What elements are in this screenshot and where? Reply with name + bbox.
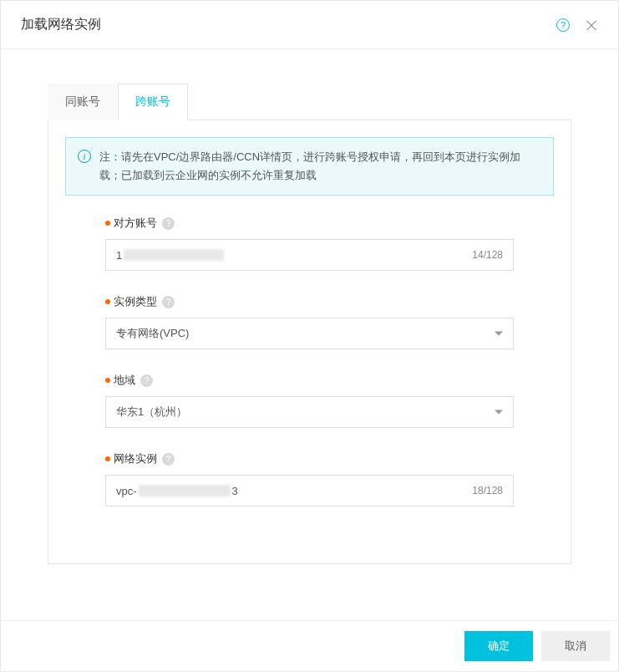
required-dot-icon — [105, 378, 110, 383]
chevron-down-icon — [495, 332, 503, 336]
panel-cross-account: i 注：请先在VPC/边界路由器/CCN详情页，进行跨账号授权申请，再回到本页进… — [48, 120, 571, 564]
instance-type-value: 专有网络(VPC) — [116, 326, 189, 341]
peer-account-counter: 14/128 — [472, 249, 503, 261]
info-text: 注：请先在VPC/边界路由器/CCN详情页，进行跨账号授权申请，再回到本页进行实… — [99, 148, 541, 185]
tab-cross-account[interactable]: 跨账号 — [118, 84, 188, 120]
load-network-instance-modal: 加载网络实例 ? 同账号 跨账号 i 注：请先在VPC/边界路由器/CCN详情页… — [0, 0, 619, 672]
label-peer-account: 对方账号 — [114, 216, 157, 231]
chevron-down-icon — [495, 410, 503, 415]
peer-account-input[interactable]: 1 14/128 — [105, 239, 514, 271]
row-peer-account: 对方账号 ? 1 14/128 — [105, 216, 514, 271]
hint-icon[interactable]: ? — [162, 453, 175, 466]
info-icon: i — [78, 150, 91, 163]
required-dot-icon — [105, 456, 110, 461]
info-box: i 注：请先在VPC/边界路由器/CCN详情页，进行跨账号授权申请，再回到本页进… — [65, 137, 554, 196]
required-dot-icon — [105, 221, 110, 226]
network-instance-counter: 18/128 — [472, 485, 503, 496]
label-network-instance: 网络实例 — [114, 451, 157, 466]
modal-body: 同账号 跨账号 i 注：请先在VPC/边界路由器/CCN详情页，进行跨账号授权申… — [1, 49, 618, 620]
modal-title: 加载网络实例 — [21, 16, 101, 33]
region-select[interactable]: 华东1（杭州） — [105, 396, 514, 428]
row-region: 地域 ? 华东1（杭州） — [105, 373, 514, 428]
modal-footer: 确定 取消 — [1, 620, 618, 671]
tab-same-account[interactable]: 同账号 — [48, 84, 118, 120]
hint-icon[interactable]: ? — [140, 374, 153, 387]
label-region: 地域 — [114, 373, 135, 388]
hint-icon[interactable]: ? — [162, 296, 175, 308]
required-dot-icon — [105, 299, 110, 304]
network-instance-prefix: vpc- — [116, 485, 137, 497]
hint-icon[interactable]: ? — [162, 217, 175, 230]
network-instance-input[interactable]: vpc-3 18/128 — [105, 475, 514, 507]
help-icon[interactable]: ? — [556, 18, 570, 32]
form: 对方账号 ? 1 14/128 实例类型 ? — [65, 216, 554, 547]
network-instance-suffix: 3 — [232, 485, 238, 497]
row-instance-type: 实例类型 ? 专有网络(VPC) — [105, 294, 514, 349]
instance-type-select[interactable]: 专有网络(VPC) — [105, 318, 514, 349]
redacted-block — [124, 249, 224, 261]
confirm-button[interactable]: 确定 — [464, 631, 533, 661]
row-network-instance: 网络实例 ? vpc-3 18/128 — [105, 451, 514, 507]
peer-account-prefix: 1 — [116, 249, 122, 262]
label-instance-type: 实例类型 — [114, 294, 157, 309]
redacted-block — [139, 485, 231, 496]
close-icon[interactable] — [585, 18, 598, 32]
tabs: 同账号 跨账号 — [48, 83, 571, 120]
cancel-button[interactable]: 取消 — [541, 631, 610, 661]
region-value: 华东1（杭州） — [116, 405, 187, 420]
modal-header: 加载网络实例 ? — [1, 1, 618, 49]
